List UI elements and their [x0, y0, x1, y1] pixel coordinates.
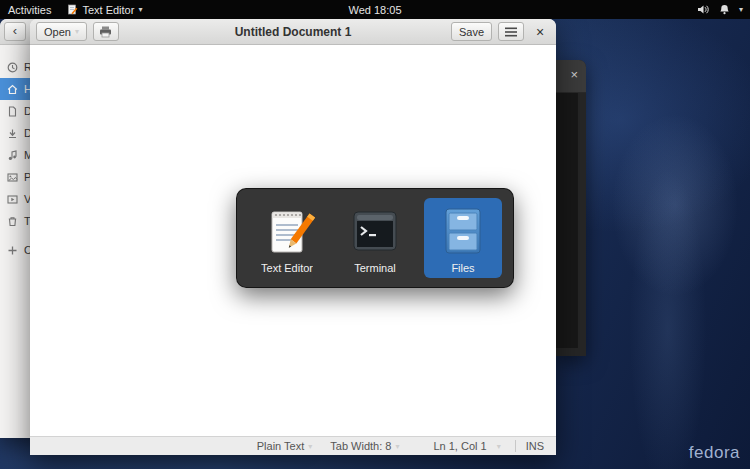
app-menu-button[interactable]: Text Editor ▾: [67, 4, 142, 16]
chevron-down-icon: ▾: [395, 442, 399, 451]
language-dropdown[interactable]: Plain Text ▾: [257, 440, 313, 452]
back-button[interactable]: ‹: [4, 22, 26, 41]
close-button[interactable]: ×: [530, 22, 550, 41]
print-button[interactable]: [93, 22, 119, 41]
desktop: fedora × ‹ Recent Home Documents: [0, 0, 750, 469]
window-title: Untitled Document 1: [235, 25, 352, 39]
save-button[interactable]: Save: [451, 22, 492, 41]
terminal-headerbar: ×: [556, 60, 586, 93]
switcher-app-label: Terminal: [354, 262, 396, 274]
switcher-app-label: Files: [451, 262, 474, 274]
overwrite-mode-indicator: INS: [526, 440, 544, 452]
recent-icon: [7, 62, 18, 73]
chevron-down-icon[interactable]: ▾: [497, 442, 501, 451]
headerbar-right: Save ×: [451, 22, 550, 41]
gedit-headerbar: Open ▾ Untitled Document 1 Save ×: [30, 19, 556, 45]
tab-width-label: Tab Width: 8: [330, 440, 391, 452]
open-button-label: Open: [44, 26, 71, 38]
fedora-logo: fedora: [689, 443, 740, 463]
trash-icon: [7, 216, 18, 227]
picture-icon: [7, 172, 18, 183]
menu-button[interactable]: [498, 22, 524, 41]
system-status-area[interactable]: ▾: [697, 4, 743, 15]
open-button[interactable]: Open ▾: [36, 22, 87, 41]
clock[interactable]: Wed 18:05: [348, 4, 401, 16]
switcher-item-terminal[interactable]: Terminal: [336, 198, 414, 278]
video-icon: [7, 194, 18, 205]
chevron-down-icon: ▾: [75, 27, 79, 36]
hamburger-icon: [505, 27, 517, 37]
download-icon: [7, 128, 18, 139]
terminal-app-icon: [347, 203, 403, 259]
terminal-close-icon[interactable]: ×: [570, 68, 578, 81]
chevron-down-icon: ▾: [308, 442, 312, 451]
home-icon: [7, 84, 18, 95]
language-label: Plain Text: [257, 440, 305, 452]
switcher-item-files[interactable]: Files: [424, 198, 502, 278]
gnome-top-bar: Activities Text Editor ▾ Wed 18:05 ▾: [0, 0, 750, 19]
volume-icon: [697, 4, 710, 15]
app-switcher: Text Editor Terminal Files: [236, 188, 514, 288]
switcher-app-label: Text Editor: [261, 262, 313, 274]
music-icon: [7, 150, 18, 161]
switcher-item-text-editor[interactable]: Text Editor: [248, 198, 326, 278]
statusbar-separator: [515, 440, 516, 452]
files-app-icon: [435, 203, 491, 259]
app-menu-label: Text Editor: [82, 4, 134, 16]
document-icon: [7, 106, 18, 117]
text-editor-mini-icon: [67, 4, 78, 15]
terminal-screen: [556, 93, 578, 348]
activities-button[interactable]: Activities: [8, 4, 51, 16]
printer-icon: [99, 26, 112, 38]
cursor-position[interactable]: Ln 1, Col 1: [433, 440, 486, 452]
chevron-down-icon: ▾: [138, 5, 142, 14]
text-editor-app-icon: [259, 203, 315, 259]
tab-width-dropdown[interactable]: Tab Width: 8 ▾: [330, 440, 399, 452]
gedit-statusbar: Plain Text ▾ Tab Width: 8 ▾ Ln 1, Col 1 …: [30, 436, 556, 455]
chevron-down-icon: ▾: [739, 5, 743, 14]
terminal-window-partial[interactable]: ×: [556, 60, 586, 356]
plus-icon: [7, 245, 18, 256]
bell-icon: [719, 4, 730, 15]
save-button-label: Save: [459, 26, 484, 38]
cursor-position-label: Ln 1, Col 1: [433, 440, 486, 452]
